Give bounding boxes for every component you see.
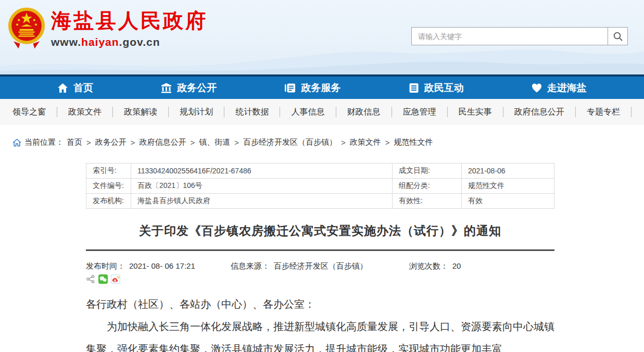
doc-info-value: 海盐县百步镇人民政府 [131,194,393,209]
publish-time-value: 2021- 08- 06 17:21 [129,261,195,270]
nav-item-info-disclosure[interactable]: 政务公开 [161,81,217,95]
sub-nav-item[interactable]: 应急管理 [403,107,436,118]
nav-item-label: 政务服务 [301,81,340,95]
breadcrumb-separator: > [85,138,92,147]
divider [280,107,280,117]
divider [112,107,113,117]
sub-nav-item[interactable]: 财政信息 [347,107,381,118]
info-source-label: 信息来源： [231,261,270,270]
divider [575,107,576,117]
view-count-label: 浏览次数： [409,261,448,270]
doc-info-label: 有效性: [393,194,462,209]
search-input[interactable] [412,28,608,45]
divider [336,107,336,117]
weibo-icon[interactable] [111,274,120,284]
divider [224,107,224,117]
doc-info-label: 组配分类: [393,179,462,194]
nav-item-label: 政民互动 [424,81,464,95]
sub-nav-item[interactable]: 领导之窗 [12,107,46,118]
breadcrumb-item[interactable]: 政务公开 [95,137,127,147]
divider [631,107,632,117]
paragraph: 为加快融入长三角一体化发展战略，推进新型城镇化高质量发展，引导人口、资源要素向中… [86,316,554,352]
article-container: 索引号: 11330424002556416F/2021-67486 成文日期:… [86,163,554,352]
site-title: 海盐县人民政府 [51,9,208,33]
nav-item-label: 走进海盐 [547,81,587,95]
site-url-www: www. [51,36,81,48]
view-count: 浏览次数：20 [409,261,461,271]
info-source: 信息来源：百步经济开发区（百步镇） [231,261,368,271]
breadcrumb-separator: > [190,138,196,147]
national-emblem-icon[interactable] [6,6,47,51]
breadcrumb-separator: > [384,138,391,147]
govt-building-icon [161,83,172,93]
breadcrumb-item[interactable]: 镇、街道 [199,137,230,147]
sub-nav: 领导之窗 政策文件 政策解读 规划计划 统计数据 人事信息 财政信息 应急管理 … [0,99,644,125]
doc-info-label: 索引号: [86,164,131,179]
doc-info-value: 规范性文件 [462,179,554,194]
heart-icon [532,83,542,93]
nav-item-home[interactable]: 首页 [57,81,93,95]
wechat-icon[interactable] [98,274,108,284]
breadcrumb-separator: > [130,138,136,147]
site-url: www.haiyan.gov.cn [51,36,208,48]
share-nodes-icon[interactable] [86,274,95,284]
table-row: 文件编号: 百政〔2021〕106号 组配分类: 规范性文件 [86,179,554,194]
nav-item-interaction[interactable]: 政民互动 [409,81,464,95]
list-icon [409,83,419,93]
breadcrumb-item[interactable]: 百步经济开发区（百步镇） [243,137,337,147]
divider [168,107,169,117]
site-header: 海盐县人民政府 www.haiyan.gov.cn [0,0,644,74]
sub-nav-item[interactable]: 民生实事 [459,107,492,118]
view-count-value: 20 [452,261,461,270]
divider [503,107,503,117]
home-icon [57,83,68,93]
divider [447,107,448,117]
nav-item-label: 政务公开 [177,81,217,95]
doc-info-value: 11330424002556416F/2021-67486 [131,164,393,179]
doc-info-label: 成文日期: [393,164,462,179]
breadcrumb-item[interactable]: 政策文件 [350,137,381,147]
breadcrumb-separator: > [340,138,347,147]
sub-nav-item[interactable]: 人事信息 [291,107,324,118]
breadcrumb-item[interactable]: 政府信息公开 [140,137,186,147]
publish-time: 发布时间：2021- 08- 06 17:21 [86,261,195,271]
search-box [411,27,628,45]
service-doc-icon [284,83,296,93]
table-row: 索引号: 11330424002556416F/2021-67486 成文日期:… [86,164,554,179]
doc-info-label: 发布机构: [86,194,131,209]
publish-time-label: 发布时间： [86,261,125,270]
info-source-value: 百步经济开发区（百步镇） [274,261,368,270]
article-meta: 发布时间：2021- 08- 06 17:21 信息来源：百步经济开发区（百步镇… [86,261,554,271]
nav-item-services[interactable]: 政务服务 [284,81,340,95]
page-title: 关于印发《百步镇农房搬迁公寓式安置实施办法（试行）》的通知 [86,223,554,239]
sub-nav-item[interactable]: 政策解读 [124,107,157,118]
breadcrumb-item[interactable]: 规范性文件 [394,137,433,147]
breadcrumb-label: 当前位置： [24,137,64,147]
doc-info-value: 有效 [462,194,554,209]
sub-nav-item[interactable]: 统计数据 [235,107,269,118]
breadcrumb-item[interactable]: 首页 [67,137,82,147]
sub-nav-item[interactable]: 政策文件 [68,107,102,118]
table-row: 发布机构: 海盐县百步镇人民政府 有效性: 有效 [86,194,554,209]
doc-info-label: 文件编号: [86,179,131,194]
sub-nav-item[interactable]: 专题专栏 [587,107,620,118]
magnifier-icon [613,31,623,42]
share-bar [86,274,554,284]
sub-nav-item[interactable]: 政府信息公开 [514,107,564,118]
sub-nav-item[interactable]: 规划计划 [180,107,213,118]
site-brand[interactable]: 海盐县人民政府 www.haiyan.gov.cn [51,9,208,48]
site-url-suffix: .gov.cn [119,36,160,48]
breadcrumb: 当前位置： 首页 > 政务公开 > 政府信息公开 > 镇、街道 > 百步经济开发… [12,137,644,147]
home-outline-icon [12,139,21,147]
site-url-name: haiyan [81,36,119,48]
article-body: 各行政村（社区）、各站办（中心）、各办公室： 为加快融入长三角一体化发展战略，推… [86,293,554,352]
doc-info-table: 索引号: 11330424002556416F/2021-67486 成文日期:… [86,163,554,209]
breadcrumb-separator: > [233,138,240,147]
salutation: 各行政村（社区）、各站办（中心）、各办公室： [86,293,554,316]
nav-item-label: 首页 [73,81,93,95]
doc-info-value: 2021-08-06 [462,164,554,179]
main-nav: 首页 政务公开 政务服务 政民互动 [0,74,644,99]
doc-info-value: 百政〔2021〕106号 [131,179,393,194]
nav-item-about[interactable]: 走进海盐 [532,81,587,95]
search-button[interactable] [608,28,627,45]
